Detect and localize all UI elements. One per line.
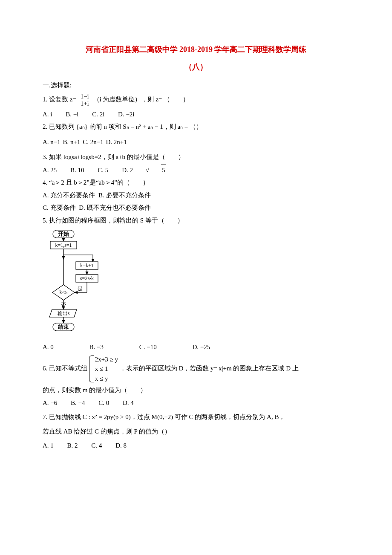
flow-init: k=1,s=1 <box>55 242 72 248</box>
question-5: 5. 执行如图的程序框图，则输出的 S 等于（ ） <box>43 215 349 226</box>
flow-upd: s=2s-k <box>80 275 94 281</box>
flow-end: 结束 <box>58 324 69 330</box>
q5-opt-b: B. −3 <box>89 342 104 353</box>
question-2: 2. 已知数列 {aₙ} 的前 n 项和 Sₙ = n² + aₙ − 1，则 … <box>43 121 349 133</box>
q4-opt-d: D. 既不充分也不必要条件 <box>79 202 150 214</box>
sqrt-icon: √5 <box>145 165 178 176</box>
q3-opt-b: B. 10 <box>70 165 84 176</box>
q5-opt-d: D. −25 <box>193 342 210 353</box>
q5-opt-c: C. −10 <box>139 342 157 353</box>
q2-opt-a: A. n−1 <box>43 137 61 148</box>
q6-stem-tail: 的点，则实数 m 的最小值为（ ） <box>43 385 349 396</box>
q7-options: A. 1 B. 2 C. 4 D. 8 <box>43 440 349 451</box>
question-4: 4. “a＞2 且 b＞2”是“ab＞4”的（ ） <box>43 177 349 188</box>
q4-options-row2: C. 充要条件 D. 既不充分也不必要条件 <box>43 202 349 214</box>
q4-opt-a: A. 充分不必要条件 <box>43 190 95 201</box>
flow-start: 开始 <box>58 231 69 237</box>
q5-stem: 5. 执行如图的程序框图，则输出的 S 等于（ ） <box>43 217 184 224</box>
q6-opt-a: A. −6 <box>43 398 57 409</box>
q3-opt-d: D. 2√5 <box>122 165 190 176</box>
q7-opt-c: C. 4 <box>91 440 102 451</box>
q6-sys1: 2x+3 ≥ y <box>95 355 118 364</box>
q7-opt-b: B. 2 <box>67 440 78 451</box>
question-7a: 7. 已知抛物线 C : x² = 2py(p > 0)，过点 M(0,−2) … <box>43 412 349 423</box>
q6-stem-prefix: 6. 已知不等式组 <box>43 365 87 372</box>
flowchart-diagram: 开始 k=1,s=1 k=k+1 s=2s-k 是 k<5 否 输出s 结束 <box>43 228 107 339</box>
page-subtitle: （八） <box>43 61 349 74</box>
flow-out: 输出s <box>58 310 70 316</box>
q1-numerator: 1−i <box>79 93 90 101</box>
q4-opt-c: C. 充要条件 <box>43 202 76 214</box>
q3-opt-d-rad: 5 <box>161 165 166 176</box>
q1-stem-suffix: （i 为虚数单位），则 z= （ ） <box>93 96 190 103</box>
q4-stem: 4. “a＞2 且 b＞2”是“ab＞4”的（ ） <box>43 179 149 186</box>
flow-inc: k=k+1 <box>80 263 94 269</box>
q3-opt-d-prefix: D. 2 <box>122 165 133 176</box>
question-7b: 若直线 AB 恰好过 C 的焦点，则 P 的值为（） <box>43 426 349 437</box>
page-title: 河南省正阳县第二高级中学 2018-2019 学年高二下期理科数学周练 <box>43 43 349 56</box>
q1-opt-a: A. i <box>43 109 52 120</box>
q5-opt-a: A. 0 <box>43 342 54 353</box>
q6-opt-b: B. −4 <box>71 398 85 409</box>
q2-opt-b: B. n+1 <box>63 137 81 148</box>
q6-opt-c: C. 0 <box>98 398 109 409</box>
flow-cond: k<5 <box>60 289 68 295</box>
question-6: 6. 已知不等式组 2x+3 ≥ y x ≤ 1 x ≤ y ，表示的平面区域为… <box>43 355 349 384</box>
header-divider <box>43 30 349 30</box>
q1-opt-b: B. −i <box>66 109 78 120</box>
q3-opt-a: A. 25 <box>43 165 57 176</box>
q2-opt-d: D. 2n+1 <box>106 137 127 148</box>
section-label: 一.选择题: <box>43 80 349 91</box>
q6-sys2: x ≤ 1 <box>95 364 118 374</box>
q3-options: A. 25 B. 10 C. 5 D. 2√5 <box>43 165 349 176</box>
q1-stem-prefix: 1. 设复数 z= <box>43 96 76 103</box>
q4-options-row1: A. 充分不必要条件 B. 必要不充分条件 <box>43 190 349 201</box>
q4-opt-b: B. 必要不充分条件 <box>98 190 151 201</box>
q5-options: A. 0 B. −3 C. −10 D. −25 <box>43 342 349 353</box>
q2-stem: 2. 已知数列 {aₙ} 的前 n 项和 Sₙ = n² + aₙ − 1，则 … <box>43 123 202 130</box>
q1-opt-d: D. −2i <box>118 109 134 120</box>
question-1: 1. 设复数 z= 1−i 1+i （i 为虚数单位），则 z= （ ） <box>43 93 349 107</box>
q3-opt-c: C. 5 <box>98 165 108 176</box>
q1-opt-c: C. 2i <box>92 109 104 120</box>
q1-denominator: 1+i <box>79 100 90 107</box>
q3-stem: 3. 如果 log₅a+log₅b=2，则 a+b 的最小值是（ ） <box>43 153 184 160</box>
q1-fraction: 1−i 1+i <box>79 93 90 107</box>
q6-opt-d: D. 4 <box>123 398 134 409</box>
q7-opt-a: A. 1 <box>43 440 54 451</box>
q2-options: A. n−1 B. n+1 C. 2n−1 D. 2n+1 <box>43 137 349 148</box>
q6-system: 2x+3 ≥ y x ≤ 1 x ≤ y <box>89 355 118 384</box>
question-3: 3. 如果 log₅a+log₅b=2，则 a+b 的最小值是（ ） <box>43 152 349 163</box>
q6-options: A. −6 B. −4 C. 0 D. 4 <box>43 398 349 409</box>
q6-stem-mid: ，表示的平面区域为 D，若函数 y=|x|+m 的图象上存在区域 D 上 <box>120 365 299 372</box>
flow-no: 否 <box>61 302 66 308</box>
q6-sys3: x ≤ y <box>95 374 118 384</box>
flow-yes: 是 <box>78 286 83 292</box>
q1-options: A. i B. −i C. 2i D. −2i <box>43 109 349 120</box>
q2-opt-c: C. 2n−1 <box>83 137 103 148</box>
q7-opt-d: D. 8 <box>115 440 127 451</box>
